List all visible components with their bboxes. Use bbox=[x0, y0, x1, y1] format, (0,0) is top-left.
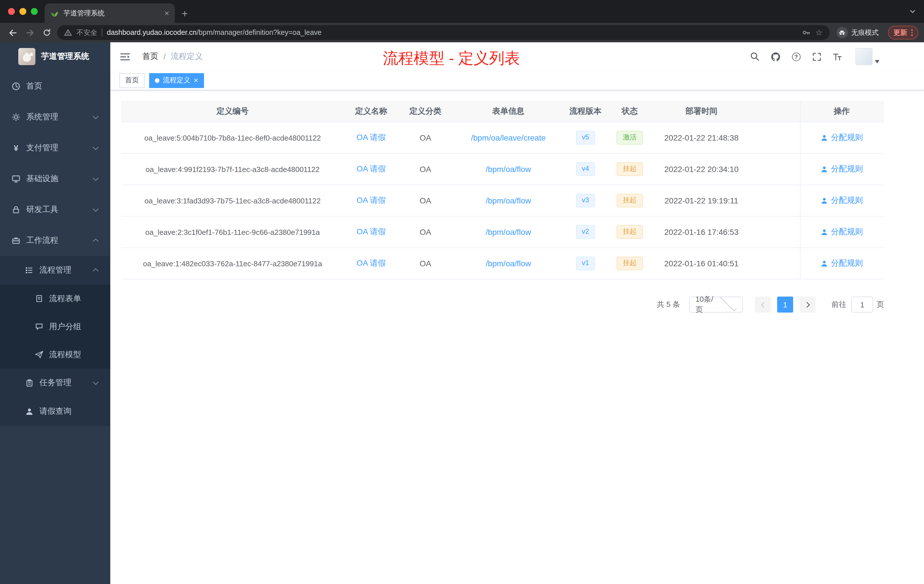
security-warning-icon[interactable] bbox=[64, 28, 72, 36]
tag-label: 流程定义 bbox=[163, 76, 190, 85]
chevron-up-icon bbox=[93, 239, 99, 244]
sidebar-item-label: 用户分组 bbox=[49, 322, 81, 332]
definition-name-link[interactable]: OA 请假 bbox=[356, 227, 386, 236]
total-count: 共 5 条 bbox=[657, 299, 680, 310]
divider bbox=[102, 28, 102, 36]
chevron-down-icon bbox=[93, 175, 99, 181]
chevron-left-icon bbox=[761, 302, 767, 307]
form-info-link[interactable]: /bpm/oa/flow bbox=[486, 228, 531, 237]
assign-rule-link[interactable]: 分配规则 bbox=[831, 133, 863, 143]
new-tab-button[interactable]: + bbox=[182, 8, 188, 19]
url-path: /bpm/manager/definition?key=oa_leave bbox=[196, 28, 322, 36]
github-icon[interactable] bbox=[770, 51, 781, 62]
hamburger-icon[interactable] bbox=[119, 52, 131, 61]
address-bar[interactable]: 不安全 dashboard.yudao.iocoder.cn/bpm/manag… bbox=[57, 25, 830, 40]
tag-process-definition[interactable]: 流程定义 × bbox=[149, 73, 204, 88]
breadcrumb-home[interactable]: 首页 bbox=[142, 51, 158, 62]
tag-close-icon[interactable]: × bbox=[194, 77, 198, 84]
cell-deploy-time: 2022-01-22 20:34:10 bbox=[653, 165, 750, 174]
user-icon bbox=[820, 197, 828, 204]
back-button[interactable] bbox=[6, 26, 20, 40]
dashboard-icon bbox=[12, 82, 21, 91]
version-badge[interactable]: v1 bbox=[576, 257, 594, 270]
col-header-category: 定义分类 bbox=[398, 106, 452, 116]
sidebar-item-home[interactable]: 首页 bbox=[0, 71, 110, 102]
cell-definition-id: oa_leave:5:004b710b-7b8a-11ec-8ef0-acde4… bbox=[121, 134, 344, 142]
page-number-button[interactable]: 1 bbox=[777, 297, 793, 313]
sidebar-logo[interactable]: 芋道管理系统 bbox=[0, 42, 110, 71]
version-badge[interactable]: v3 bbox=[576, 194, 594, 207]
help-icon[interactable] bbox=[790, 51, 802, 62]
assign-rule-link[interactable]: 分配规则 bbox=[831, 258, 863, 269]
user-menu[interactable] bbox=[855, 48, 879, 65]
version-badge[interactable]: v4 bbox=[576, 162, 594, 176]
sidebar-item-process-model[interactable]: 流程模型 bbox=[0, 341, 110, 369]
col-header-deploy-time: 部署时间 bbox=[653, 106, 750, 116]
close-window-button[interactable] bbox=[8, 8, 15, 15]
form-info-link[interactable]: /bpm/oa/flow bbox=[486, 196, 531, 205]
search-icon[interactable] bbox=[749, 51, 761, 62]
assign-rule-link[interactable]: 分配规则 bbox=[831, 164, 863, 174]
cell-definition-id: oa_leave:4:991f2193-7b7f-11ec-a3c8-acde4… bbox=[121, 165, 344, 173]
sidebar-item-payment-management[interactable]: 支付管理 bbox=[0, 133, 110, 163]
sidebar-item-label: 流程模型 bbox=[49, 350, 81, 360]
next-page-button[interactable] bbox=[799, 297, 815, 313]
window-controls[interactable] bbox=[8, 8, 38, 15]
fullscreen-icon[interactable] bbox=[811, 51, 822, 62]
form-info-link[interactable]: /bpm/oa/leave/create bbox=[471, 133, 546, 142]
col-header-version: 流程版本 bbox=[564, 106, 607, 116]
forward-button[interactable] bbox=[23, 26, 36, 40]
sidebar-item-user-group[interactable]: 用户分组 bbox=[0, 313, 110, 341]
chevron-down-icon bbox=[93, 379, 99, 385]
version-badge[interactable]: v2 bbox=[576, 225, 594, 239]
font-size-icon[interactable] bbox=[832, 51, 843, 62]
user-icon bbox=[820, 228, 828, 236]
sidebar-item-infrastructure[interactable]: 基础设施 bbox=[0, 163, 110, 194]
minimize-window-button[interactable] bbox=[20, 8, 26, 15]
cell-deploy-time: 2022-01-22 19:19:11 bbox=[653, 196, 750, 205]
avatar[interactable] bbox=[855, 48, 873, 65]
definition-name-link[interactable]: OA 请假 bbox=[356, 195, 386, 205]
goto-page-input[interactable] bbox=[851, 297, 873, 313]
sidebar-item-process-management[interactable]: 流程管理 bbox=[0, 256, 110, 285]
sidebar-item-label: 研发工具 bbox=[26, 205, 58, 215]
bookmark-star-icon[interactable]: ☆ bbox=[815, 28, 823, 36]
assign-rule-link[interactable]: 分配规则 bbox=[831, 195, 863, 206]
cell-deploy-time: 2022-01-22 21:48:38 bbox=[653, 133, 750, 142]
user-icon bbox=[25, 407, 34, 416]
prev-page-button[interactable] bbox=[755, 297, 771, 313]
cell-definition-id: oa_leave:1:482ec033-762a-11ec-8477-a2380… bbox=[121, 259, 344, 268]
sidebar-item-workflow[interactable]: 工作流程 bbox=[0, 225, 110, 256]
app-navbar: 首页 / 流程定义 bbox=[110, 42, 924, 71]
tab-search-icon[interactable] bbox=[909, 8, 916, 15]
assign-rule-link[interactable]: 分配规则 bbox=[831, 227, 863, 237]
cell-definition-id: oa_leave:2:3c1f0ef1-76b1-11ec-9c66-a2380… bbox=[121, 228, 344, 236]
col-header-definition-name: 定义名称 bbox=[344, 106, 398, 116]
chevron-up-icon bbox=[93, 268, 99, 274]
definition-name-link[interactable]: OA 请假 bbox=[356, 258, 386, 267]
chevron-down-icon bbox=[93, 114, 99, 119]
browser-tab[interactable]: 芋道管理系统 × bbox=[45, 3, 175, 23]
tab-close-icon[interactable]: × bbox=[165, 9, 169, 17]
cell-category: OA bbox=[398, 196, 452, 205]
tag-home[interactable]: 首页 bbox=[119, 73, 145, 88]
zoom-window-button[interactable] bbox=[31, 8, 38, 15]
password-key-icon[interactable] bbox=[802, 28, 811, 37]
chrome-update-menu-button[interactable]: 更新 bbox=[888, 26, 918, 40]
sidebar-item-label: 任务管理 bbox=[40, 378, 71, 388]
definition-name-link[interactable]: OA 请假 bbox=[356, 133, 386, 142]
status-badge: 挂起 bbox=[617, 225, 643, 239]
reload-button[interactable] bbox=[40, 26, 54, 40]
definition-name-link[interactable]: OA 请假 bbox=[356, 164, 386, 173]
version-badge[interactable]: v5 bbox=[576, 131, 594, 144]
sidebar-item-leave-query[interactable]: 请假查询 bbox=[0, 397, 110, 426]
kebab-menu-icon bbox=[911, 30, 912, 36]
page-size-select[interactable]: 10条/页 bbox=[689, 297, 743, 313]
sidebar-item-system-management[interactable]: 系统管理 bbox=[0, 102, 110, 133]
form-info-link[interactable]: /bpm/oa/flow bbox=[486, 165, 531, 174]
form-info-link[interactable]: /bpm/oa/flow bbox=[486, 259, 531, 268]
sidebar-item-process-form[interactable]: 流程表单 bbox=[0, 285, 110, 313]
sidebar-item-task-management[interactable]: 任务管理 bbox=[0, 369, 110, 397]
sidebar-item-dev-tools[interactable]: 研发工具 bbox=[0, 194, 110, 225]
col-header-status: 状态 bbox=[607, 106, 653, 116]
